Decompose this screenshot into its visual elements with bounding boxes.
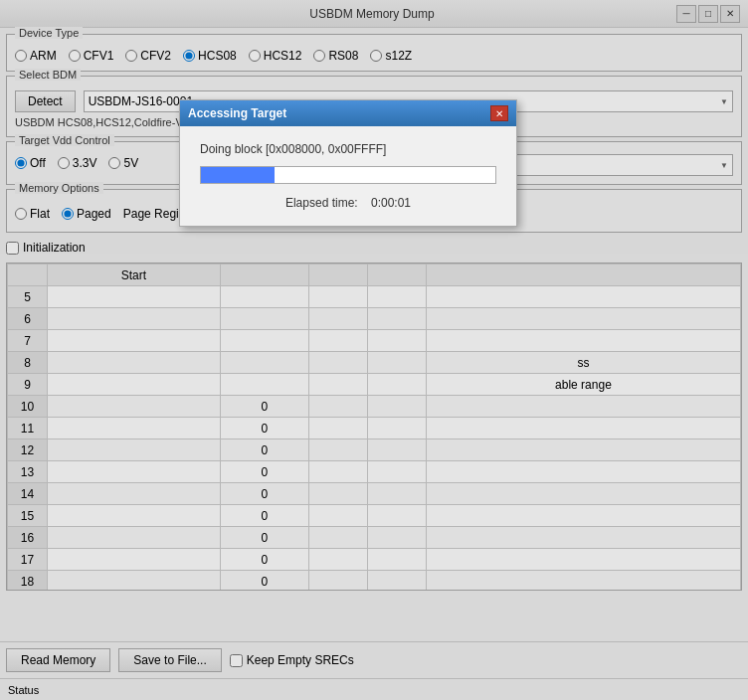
modal-title: Accessing Target (188, 106, 286, 120)
progress-bar-fill (201, 167, 275, 183)
modal-body: Doing block [0x008000, 0x00FFFF] Elapsed… (180, 126, 516, 226)
modal-doing-text: Doing block [0x008000, 0x00FFFF] (200, 142, 496, 156)
modal-title-bar: Accessing Target ✕ (180, 100, 516, 126)
progress-bar-container (200, 166, 496, 184)
elapsed-row: Elapsed time: 0:00:01 (200, 196, 496, 210)
progress-segment (231, 167, 244, 183)
elapsed-value: 0:00:01 (371, 196, 411, 210)
modal-close-button[interactable]: ✕ (490, 105, 508, 121)
progress-segment (260, 167, 273, 183)
elapsed-label: Elapsed time: (285, 196, 358, 210)
progress-segment (245, 167, 258, 183)
modal-overlay: Accessing Target ✕ Doing block [0x008000… (0, 0, 748, 700)
progress-segment (216, 167, 229, 183)
progress-segment (201, 167, 214, 183)
accessing-target-modal: Accessing Target ✕ Doing block [0x008000… (179, 99, 517, 227)
